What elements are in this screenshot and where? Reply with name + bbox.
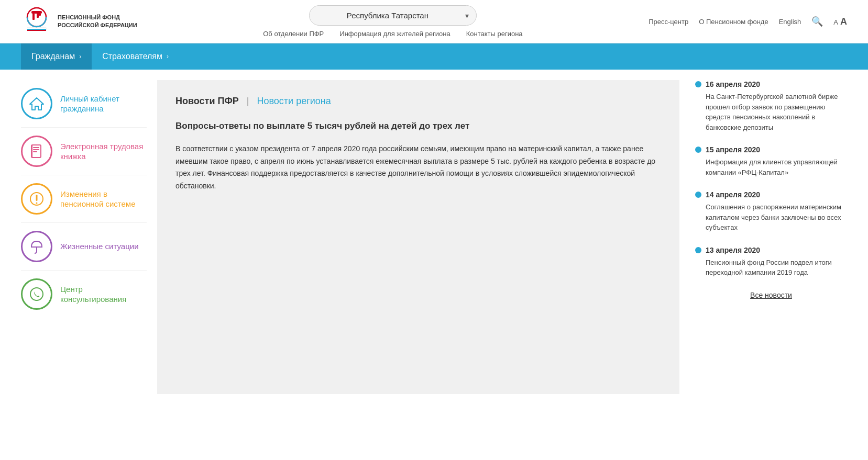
sub-nav: Об отделении ПФР Информация для жителей … <box>263 30 522 38</box>
nav-item-insurers[interactable]: Страхователям › <box>92 43 179 70</box>
english-link[interactable]: English <box>779 18 801 26</box>
svg-rect-15 <box>31 145 33 158</box>
svg-rect-7 <box>27 28 46 29</box>
search-button[interactable]: 🔍 <box>811 16 823 27</box>
nav-chevron-insurers: › <box>167 53 169 60</box>
umbrella-icon <box>21 231 52 262</box>
about-link[interactable]: О Пенсионном фонде <box>699 18 768 26</box>
sidebar-item-labor-book[interactable]: Электронная трудовая книжка <box>21 128 147 175</box>
nav-label-citizens: Гражданам <box>31 52 75 61</box>
svg-marker-10 <box>30 98 43 110</box>
svg-rect-3 <box>32 14 35 20</box>
font-size-controls: A A <box>833 16 847 27</box>
news-dot-icon <box>695 147 701 153</box>
article-body: В соответствии с указом президента от 7 … <box>175 143 661 193</box>
article-title: Вопросы-ответы по выплате 5 тысяч рублей… <box>175 120 661 132</box>
list-item: 14 апреля 2020 Соглашения о распоряжении… <box>695 190 847 233</box>
svg-rect-13 <box>33 149 39 150</box>
sidebar-label-pension-changes: Изменения в пенсионной системе <box>60 189 147 209</box>
exclamation-icon <box>21 183 52 215</box>
svg-rect-12 <box>33 147 39 148</box>
news-dot-icon <box>695 247 701 253</box>
nav-item-citizens[interactable]: Гражданам › <box>21 43 92 70</box>
sidebar-label-life-situations: Жизненные ситуации <box>60 241 139 252</box>
svg-point-20 <box>30 288 43 300</box>
pfr-logo-icon <box>21 6 52 37</box>
sub-nav-item-1[interactable]: Об отделении ПФР <box>263 30 324 38</box>
news-tabs: Новости ПФР | Новости региона <box>175 96 661 107</box>
list-item: 13 апреля 2020 Пенсионный фонд России по… <box>695 246 847 278</box>
region-select[interactable]: Республика Татарстан <box>309 5 477 26</box>
main-nav: Гражданам › Страхователям › <box>0 43 868 70</box>
news-date-3: 14 апреля 2020 <box>695 190 847 199</box>
logo-area: ПЕНСИОННЫЙ ФОНД РОССИЙСКОЙ ФЕДЕРАЦИИ <box>21 6 137 37</box>
news-excerpt-4[interactable]: Пенсионный фонд России подвел итоги пере… <box>695 257 847 278</box>
logo-text: ПЕНСИОННЫЙ ФОНД РОССИЙСКОЙ ФЕДЕРАЦИИ <box>58 14 137 30</box>
nav-label-insurers: Страхователям <box>102 52 162 61</box>
news-date-4: 13 апреля 2020 <box>695 246 847 254</box>
sidebar-label-personal-cabinet: Личный кабинет гражданина <box>60 94 147 114</box>
region-select-wrapper[interactable]: Республика Татарстан ▾ <box>309 5 477 26</box>
news-date-1: 16 апреля 2020 <box>695 80 847 88</box>
house-icon <box>21 88 52 119</box>
sidebar-label-labor-book: Электронная трудовая книжка <box>60 141 147 162</box>
right-sidebar: 16 апреля 2020 На Санкт-Петербургской ва… <box>679 80 847 394</box>
news-dot-icon <box>695 81 701 87</box>
list-item: 16 апреля 2020 На Санкт-Петербургской ва… <box>695 80 847 132</box>
center-content: Новости ПФР | Новости региона Вопросы-от… <box>157 80 679 394</box>
list-item: 15 апреля 2020 Информация для клиентов у… <box>695 145 847 177</box>
header-right: Пресс-центр О Пенсионном фонде English 🔍… <box>649 16 847 27</box>
tab-divider: | <box>247 96 249 107</box>
news-dot-icon <box>695 192 701 198</box>
book-icon <box>21 136 52 167</box>
svg-rect-14 <box>33 151 37 152</box>
main-content: Личный кабинет гражданина Электронная тр… <box>0 70 868 405</box>
header: ПЕНСИОННЫЙ ФОНД РОССИЙСКОЙ ФЕДЕРАЦИИ Рес… <box>0 0 868 43</box>
sub-nav-item-2[interactable]: Информация для жителей региона <box>339 30 450 38</box>
news-excerpt-3[interactable]: Соглашения о распоряжении материнским ка… <box>695 202 847 233</box>
all-news-link[interactable]: Все новости <box>695 291 847 299</box>
region-area: Республика Татарстан ▾ Об отделении ПФР … <box>148 5 638 38</box>
sidebar-item-personal-cabinet[interactable]: Личный кабинет гражданина <box>21 80 147 128</box>
tab-pfr-news[interactable]: Новости ПФР <box>175 96 239 107</box>
svg-point-18 <box>36 203 38 204</box>
sidebar-item-pension-changes[interactable]: Изменения в пенсионной системе <box>21 175 147 223</box>
press-center-link[interactable]: Пресс-центр <box>649 18 688 26</box>
font-small-button[interactable]: A <box>833 18 838 26</box>
svg-rect-8 <box>27 29 46 30</box>
sub-nav-item-3[interactable]: Контакты региона <box>466 30 523 38</box>
svg-rect-5 <box>37 14 41 16</box>
news-excerpt-1[interactable]: На Санкт-Петербургской валютной бирже пр… <box>695 92 847 132</box>
sidebar-item-consulting-center[interactable]: Центр консультирования <box>21 271 147 318</box>
font-large-button[interactable]: A <box>840 16 847 27</box>
tab-regional-news[interactable]: Новости региона <box>257 96 331 107</box>
sidebar-label-consulting-center: Центр консультирования <box>60 284 147 305</box>
news-excerpt-2[interactable]: Информация для клиентов управляющей комп… <box>695 157 847 177</box>
sidebar: Личный кабинет гражданина Электронная тр… <box>21 80 157 394</box>
sidebar-item-life-situations[interactable]: Жизненные ситуации <box>21 223 147 271</box>
svg-rect-2 <box>31 11 42 14</box>
news-date-2: 15 апреля 2020 <box>695 145 847 154</box>
nav-chevron-citizens: › <box>79 53 81 60</box>
svg-rect-17 <box>36 195 38 201</box>
phone-icon <box>21 278 52 310</box>
svg-rect-9 <box>27 30 46 31</box>
